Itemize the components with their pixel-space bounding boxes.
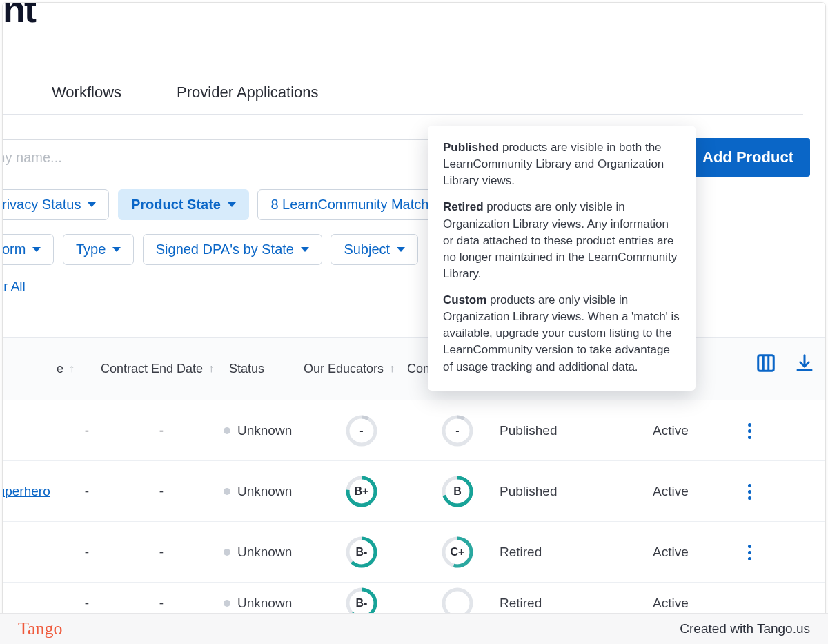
filter-form[interactable]: orm: [2, 234, 54, 265]
filter-label: Product State: [131, 197, 221, 213]
cell-date: -: [141, 522, 182, 583]
filter-label: rivacy Status: [2, 197, 81, 213]
row-actions[interactable]: [736, 461, 763, 522]
filter-label: orm: [2, 242, 26, 257]
header-text: Status: [229, 362, 264, 376]
col-name-truncated[interactable]: e↑: [57, 338, 75, 400]
grade-gauge: B-: [346, 537, 377, 567]
status-text: Unknown: [237, 545, 292, 560]
cell-date: -: [141, 461, 182, 522]
tango-logo: Tango: [18, 618, 63, 639]
sort-asc-icon: ↑: [208, 362, 214, 375]
brand-fragment: nt: [3, 2, 35, 30]
status-text: Unknown: [237, 596, 292, 611]
header-text: e: [57, 362, 63, 376]
table-body: - - Unknown - - Published Active Superhe…: [3, 400, 826, 624]
kebab-menu-icon[interactable]: [741, 483, 758, 500]
tooltip-term: Custom: [443, 293, 486, 306]
status-text: Unknown: [237, 484, 292, 499]
col-contract-end[interactable]: Contract End Date↑: [101, 338, 214, 400]
cell-product-state: Published: [500, 400, 624, 461]
cell-product-org: Active: [653, 522, 715, 583]
grade-gauge: C+: [442, 537, 473, 567]
grade-text: B-: [346, 537, 377, 567]
status-text: Unknown: [237, 423, 292, 438]
sort-asc-icon: ↑: [69, 362, 75, 375]
cell-grade-community: C+: [426, 522, 489, 583]
product-state-tooltip: Published products are visible in both t…: [428, 126, 696, 391]
status-dot-icon: [224, 600, 230, 607]
filter-label: Subject: [344, 242, 390, 257]
grade-gauge: B: [442, 476, 473, 507]
header-text: Our Educators: [304, 362, 384, 376]
status-dot-icon: [224, 488, 230, 495]
chevron-down-icon: [228, 202, 236, 207]
grade-text: B: [442, 476, 473, 507]
filter-privacy-status[interactable]: rivacy Status: [2, 189, 109, 220]
svg-rect-0: [758, 355, 774, 371]
cell-grade-educators: B-: [331, 522, 393, 583]
cell-product-org: Active: [653, 461, 715, 522]
cell-grade-community: -: [426, 400, 489, 461]
add-product-button[interactable]: Add Product: [686, 138, 810, 177]
filter-label: 8 LearnCommunity Match: [270, 197, 428, 213]
cell-date: -: [141, 400, 182, 461]
tab-provider-applications[interactable]: Provider Applications: [177, 84, 318, 101]
grade-gauge: -: [346, 416, 377, 446]
cell-status: Unknown: [224, 522, 327, 583]
status-dot-icon: [224, 427, 230, 434]
filter-signed-dpas[interactable]: Signed DPA's by State: [143, 234, 322, 265]
cell-date: -: [66, 461, 108, 522]
sort-asc-icon: ↑: [389, 362, 395, 375]
cell-date: -: [66, 400, 108, 461]
filter-label: Type: [76, 242, 106, 257]
kebab-menu-icon[interactable]: [741, 544, 758, 560]
product-link[interactable]: Superhero: [2, 484, 50, 499]
filter-type[interactable]: Type: [63, 234, 134, 265]
footer-credit: Created with Tango.us: [680, 621, 810, 636]
tooltip-term: Published: [443, 141, 499, 154]
grade-gauge: -: [442, 416, 473, 446]
filter-subject[interactable]: Subject: [331, 234, 418, 265]
cell-product-state: Retired: [500, 522, 624, 583]
status-dot-icon: [224, 549, 230, 556]
cell-product-org: Active: [653, 400, 715, 461]
col-our-educators[interactable]: Our Educators↑: [304, 338, 395, 400]
columns-toggle-icon[interactable]: [756, 353, 776, 373]
tooltip-term: Retired: [443, 200, 484, 213]
cell-grade-educators: B+: [331, 461, 393, 522]
table-row: - - Unknown - - Published Active: [3, 400, 826, 461]
filter-product-state[interactable]: Product State: [118, 189, 249, 220]
col-status[interactable]: Status: [229, 338, 264, 400]
footer-bar: Tango Created with Tango.us: [0, 613, 828, 644]
chevron-down-icon: [112, 247, 121, 252]
kebab-menu-icon[interactable]: [741, 422, 758, 439]
main-tabs: s Workflows Provider Applications: [2, 84, 803, 115]
grade-text: C+: [442, 537, 473, 567]
chevron-down-icon: [397, 247, 405, 252]
cell-grade-community: B: [426, 461, 489, 522]
cell-status: Unknown: [224, 461, 327, 522]
chevron-down-icon: [32, 247, 41, 252]
cell-date: -: [66, 522, 108, 583]
grade-text: -: [442, 416, 473, 446]
cell-name: Superhero: [2, 461, 72, 522]
table-row: - - Unknown B- C+ Retired Active: [3, 522, 826, 583]
filter-label: Signed DPA's by State: [156, 242, 294, 257]
grade-gauge: B+: [346, 476, 377, 507]
table-header: e↑ Contract End Date↑ Status Our Educato…: [3, 337, 826, 400]
cell-product-state: Published: [500, 461, 624, 522]
grade-text: -: [346, 416, 377, 446]
cell-grade-educators: -: [331, 400, 393, 461]
tab-workflows[interactable]: Workflows: [52, 84, 121, 101]
chevron-down-icon: [301, 247, 309, 252]
chevron-down-icon: [88, 202, 96, 207]
row-actions[interactable]: [736, 400, 763, 461]
grade-text: B+: [346, 476, 377, 507]
header-text: Contract End Date: [101, 362, 203, 376]
download-icon[interactable]: [794, 353, 815, 373]
row-actions[interactable]: [736, 522, 763, 583]
table-row: Superhero - - Unknown B+ B Published Act…: [3, 461, 826, 522]
cell-status: Unknown: [224, 400, 327, 461]
table-actions: [756, 353, 815, 373]
